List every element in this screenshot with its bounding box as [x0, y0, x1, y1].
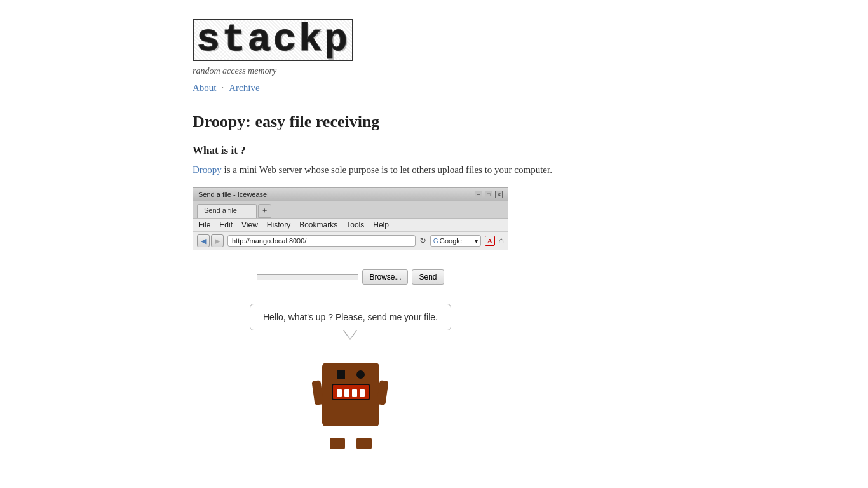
menu-edit[interactable]: Edit — [219, 220, 233, 229]
google-icon: G — [433, 238, 438, 245]
domo-tooth-4 — [360, 389, 365, 397]
what-is-it-heading: What is it ? — [193, 144, 675, 157]
post-title: Droopy: easy file receiving — [193, 112, 675, 132]
file-input[interactable] — [257, 274, 358, 280]
domo-eye-right — [356, 370, 365, 379]
addons-icon[interactable]: A — [485, 236, 495, 246]
menu-view[interactable]: View — [241, 220, 258, 229]
browser-nav-buttons: ◀ ▶ — [197, 234, 224, 247]
site-nav: About · Archive — [193, 83, 675, 93]
back-btn[interactable]: ◀ — [197, 234, 210, 247]
menu-bookmarks[interactable]: Bookmarks — [299, 220, 337, 229]
home-btn[interactable]: ⌂ — [499, 236, 504, 246]
site-title: stackp — [193, 19, 675, 61]
minimize-btn[interactable]: ─ — [475, 191, 482, 198]
domo-leg-left — [330, 438, 345, 449]
domo-eyes — [322, 363, 379, 379]
browser-window-controls: ─ □ ✕ — [475, 191, 503, 198]
nav-separator: · — [222, 83, 224, 93]
tab-bar: Send a file + — [193, 201, 508, 219]
droopy-link[interactable]: Droopy — [193, 165, 222, 175]
domo-tooth-2 — [344, 389, 349, 397]
domo-tooth-3 — [352, 389, 357, 397]
close-btn[interactable]: ✕ — [495, 191, 503, 198]
upload-form: Browse... Send — [257, 269, 444, 285]
domo-body-wrapper — [322, 363, 379, 439]
content-area: Droopy: easy file receiving What is it ?… — [193, 112, 675, 488]
browser-page-content: Browse... Send Hello, what's up ? Please… — [193, 250, 508, 488]
menu-tools[interactable]: Tools — [346, 220, 364, 229]
browser-toolbar: ◀ ▶ http://mango.local:8000/ ↻ G Google … — [193, 232, 508, 250]
domo-body — [322, 363, 379, 426]
post-description: Droopy is a mini Web server whose sole p… — [193, 162, 675, 177]
domo-eye-left — [337, 370, 345, 379]
search-dropdown-icon: ▾ — [475, 238, 478, 245]
domo-leg-right — [356, 438, 372, 449]
menu-history[interactable]: History — [267, 220, 290, 229]
browser-menubar: File Edit View History Bookmarks Tools H… — [193, 219, 508, 232]
domo-tooth-1 — [337, 389, 342, 397]
refresh-btn[interactable]: ↻ — [419, 236, 426, 246]
page-container: stackp random access memory About · Arch… — [180, 0, 688, 488]
domo-mouth — [332, 384, 370, 400]
menu-help[interactable]: Help — [373, 220, 389, 229]
browse-button[interactable]: Browse... — [362, 269, 408, 285]
tab-label: Send a file — [204, 207, 237, 214]
address-bar[interactable]: http://mango.local:8000/ — [227, 235, 416, 247]
domo-character — [322, 363, 379, 439]
menu-file[interactable]: File — [198, 220, 210, 229]
nav-about-link[interactable]: About — [193, 83, 217, 93]
nav-archive-link[interactable]: Archive — [229, 83, 259, 93]
browser-titlebar: Send a file - Iceweasel ─ □ ✕ — [193, 188, 508, 201]
browser-title: Send a file - Iceweasel — [198, 191, 269, 198]
speech-bubble-container: Hello, what's up ? Please, send me your … — [250, 304, 451, 339]
speech-bubble: Hello, what's up ? Please, send me your … — [250, 304, 451, 330]
browser-screenshot: Send a file - Iceweasel ─ □ ✕ Send a fil… — [193, 187, 508, 488]
browser-search-box[interactable]: G Google ▾ — [430, 235, 481, 247]
site-header: stackp random access memory About · Arch… — [193, 19, 675, 93]
send-button[interactable]: Send — [412, 269, 444, 285]
forward-btn[interactable]: ▶ — [211, 234, 224, 247]
new-tab-btn[interactable]: + — [258, 204, 271, 218]
site-tagline: random access memory — [193, 66, 675, 76]
maximize-btn[interactable]: □ — [485, 191, 492, 198]
browser-tab[interactable]: Send a file — [197, 204, 257, 218]
